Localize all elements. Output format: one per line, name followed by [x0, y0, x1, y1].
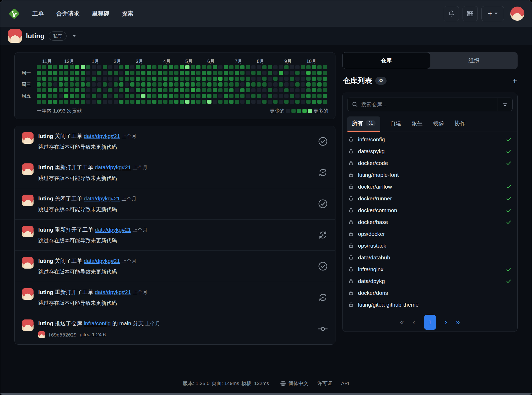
- repo-row[interactable]: docker/doris: [343, 287, 517, 299]
- admin-panel-button[interactable]: [463, 6, 478, 21]
- activity-user-link[interactable]: luting: [38, 289, 53, 295]
- heatmap-cell: [119, 65, 123, 69]
- heatmap-cell: [103, 65, 107, 69]
- heatmap-month-label: 6月: [207, 58, 211, 65]
- activity-user-link[interactable]: luting: [38, 227, 53, 233]
- repo-row[interactable]: luting/maple-font: [343, 169, 517, 181]
- heatmap-cell: [218, 82, 222, 87]
- repo-name-link[interactable]: docker/code: [358, 160, 502, 166]
- repo-row[interactable]: docker/runner: [343, 193, 517, 204]
- activity-avatar[interactable]: [22, 163, 34, 175]
- repo-name-link[interactable]: docker/runner: [358, 195, 502, 202]
- heatmap-month-label: 4月: [163, 58, 167, 65]
- activity-target-link[interactable]: data/dpykg#21: [84, 258, 120, 264]
- repo-row[interactable]: infra/config: [343, 134, 517, 145]
- activity-avatar[interactable]: [22, 195, 34, 206]
- activity-user-link[interactable]: luting: [38, 320, 53, 326]
- footer-license-link[interactable]: 许可证: [317, 380, 332, 387]
- activity-target-link[interactable]: data/dpykg#21: [95, 227, 131, 233]
- repo-filter-tab[interactable]: 镜像: [433, 116, 445, 131]
- repo-row[interactable]: docker/base: [343, 216, 517, 228]
- pagination: « ‹ 1 › »: [343, 313, 517, 332]
- repo-row[interactable]: docker/airflow: [343, 181, 517, 193]
- user-avatar[interactable]: [510, 7, 524, 21]
- heatmap-cell: [81, 100, 85, 104]
- commit-hash-link[interactable]: f69d552029: [48, 332, 77, 338]
- footer-language-selector[interactable]: 简体中文: [280, 380, 308, 387]
- create-new-button[interactable]: +: [481, 6, 504, 21]
- activity-avatar[interactable]: [22, 132, 34, 144]
- repo-search-input[interactable]: [361, 102, 493, 108]
- pagination-next-button[interactable]: ›: [445, 318, 447, 326]
- repo-name-link[interactable]: ops/rustack: [358, 243, 512, 249]
- activity-avatar[interactable]: [22, 288, 34, 300]
- activity-user-link[interactable]: luting: [38, 195, 53, 201]
- repo-row[interactable]: data/dpykg: [343, 275, 517, 287]
- repo-row[interactable]: docker/code: [343, 157, 517, 169]
- pagination-prev-button[interactable]: ‹: [413, 318, 415, 326]
- repo-name-link[interactable]: infra/config: [358, 136, 502, 143]
- nav-link[interactable]: 里程碑: [92, 10, 109, 18]
- heatmap-cell: [290, 77, 294, 81]
- repo-name-link[interactable]: data/spykg: [358, 148, 502, 154]
- repo-name-link[interactable]: docker/doris: [358, 290, 512, 296]
- heatmap-cell: [196, 82, 200, 87]
- activity-avatar[interactable]: [22, 319, 34, 331]
- footer-api-link[interactable]: API: [341, 381, 349, 386]
- repo-row[interactable]: luting/gitea-github-theme: [343, 299, 517, 311]
- repo-filter-tab[interactable]: 所有31: [347, 116, 380, 131]
- repo-name-link[interactable]: infra/nginx: [358, 266, 502, 273]
- repo-name-link[interactable]: luting/gitea-github-theme: [358, 302, 512, 308]
- repo-name-link[interactable]: docker/common: [358, 207, 502, 213]
- heatmap-cell: [81, 71, 85, 75]
- activity-target-link[interactable]: data/dpykg#21: [84, 195, 120, 201]
- repo-row[interactable]: ops/rustack: [343, 240, 517, 252]
- heatmap-month-label: 5月: [185, 58, 189, 65]
- new-repo-button[interactable]: +: [512, 77, 517, 85]
- profile-avatar[interactable]: [8, 29, 22, 43]
- repo-filter-tab[interactable]: 派生: [411, 116, 423, 131]
- repo-row[interactable]: ops/docker: [343, 228, 517, 240]
- nav-link[interactable]: 探索: [122, 10, 133, 18]
- repo-name-link[interactable]: docker/airflow: [358, 184, 502, 190]
- activity-user-link[interactable]: luting: [38, 133, 53, 139]
- activity-user-link[interactable]: luting: [38, 164, 53, 170]
- heatmap-cell: [306, 65, 311, 69]
- nav-link[interactable]: 工单: [32, 10, 44, 18]
- activity-avatar[interactable]: [22, 226, 34, 237]
- heatmap-cell: [48, 65, 52, 69]
- notifications-button[interactable]: [444, 6, 459, 21]
- activity-user-link[interactable]: luting: [38, 258, 53, 264]
- repo-row[interactable]: data/spykg: [343, 145, 517, 157]
- nav-link[interactable]: 合并请求: [56, 10, 79, 18]
- heatmap-cell: [108, 82, 112, 87]
- filter-icon: [502, 101, 508, 108]
- heatmap-cell: [169, 77, 173, 81]
- repo-row[interactable]: data/datahub: [343, 252, 517, 263]
- gitea-logo-icon[interactable]: [8, 7, 21, 20]
- activity-target-link[interactable]: infra/config: [84, 320, 111, 326]
- profile-dropdown-caret[interactable]: [72, 35, 76, 37]
- pagination-last-button[interactable]: »: [456, 318, 460, 326]
- activity-target-link[interactable]: data/dpykg#21: [95, 289, 131, 295]
- tab-organizations[interactable]: 组织: [430, 52, 518, 69]
- pagination-current-page[interactable]: 1: [424, 315, 436, 330]
- repo-filter-tab[interactable]: 协作: [454, 116, 466, 131]
- activity-avatar[interactable]: [22, 257, 34, 269]
- repo-row[interactable]: docker/common: [343, 204, 517, 216]
- heatmap-cell: [257, 65, 261, 69]
- heatmap-cell: [103, 94, 107, 98]
- pagination-first-button[interactable]: «: [400, 318, 404, 326]
- repo-name-link[interactable]: docker/base: [358, 219, 502, 225]
- heatmap-cell: [290, 65, 294, 69]
- activity-target-link[interactable]: data/dpykg#21: [84, 133, 120, 139]
- repo-name-link[interactable]: ops/docker: [358, 231, 512, 237]
- repo-filter-tab[interactable]: 自建: [390, 116, 402, 131]
- repo-name-link[interactable]: data/dpykg: [358, 278, 502, 284]
- repo-filter-button[interactable]: [497, 98, 512, 111]
- repo-name-link[interactable]: luting/maple-font: [358, 172, 512, 178]
- tab-repositories[interactable]: 仓库: [342, 52, 430, 69]
- repo-name-link[interactable]: data/datahub: [358, 254, 512, 261]
- repo-row[interactable]: infra/nginx: [343, 263, 517, 275]
- activity-target-link[interactable]: data/dpykg#21: [95, 164, 131, 170]
